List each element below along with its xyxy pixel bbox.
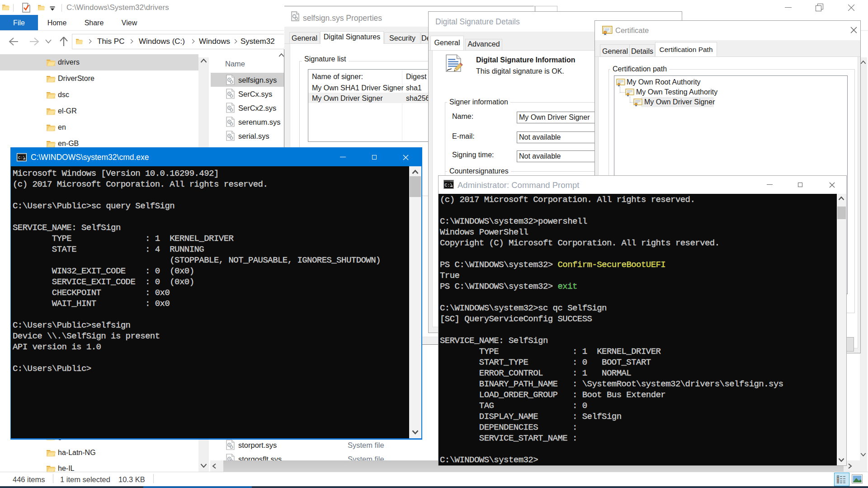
- svg-text:C:\: C:\: [18, 156, 25, 160]
- svg-text:C:\: C:\: [445, 183, 453, 188]
